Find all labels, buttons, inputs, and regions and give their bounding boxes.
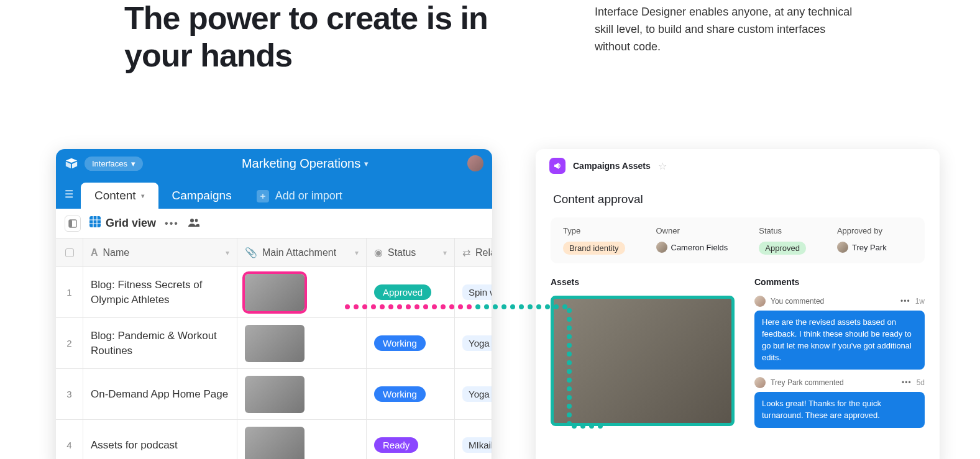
column-name[interactable]: A Name (83, 239, 237, 266)
meta-type-label: Type (563, 226, 625, 235)
related-chip: Spin w (462, 284, 492, 300)
svg-marker-2 (72, 161, 77, 168)
related-chip: Yoga (462, 335, 492, 351)
svg-rect-4 (69, 220, 72, 227)
caret-down-icon (364, 159, 369, 168)
add-or-import-button[interactable]: ＋ Add or import (245, 183, 354, 209)
meta-owner-label: Owner (656, 226, 728, 235)
cell-status[interactable]: Working (367, 318, 455, 368)
comment-body: Looks great! Thanks for the quick turnar… (754, 392, 925, 428)
status-pill: Ready (374, 437, 418, 453)
hero-subtext: Interface Designer enables anyone, at an… (595, 4, 856, 75)
svg-marker-0 (66, 158, 77, 163)
collaborators-icon[interactable] (188, 217, 200, 230)
svg-point-6 (190, 219, 194, 222)
cell-related[interactable]: Spin w (455, 267, 492, 317)
svg-rect-5 (89, 216, 101, 227)
svg-point-7 (195, 219, 198, 222)
comment: Trey Park commented•••5dLooks great! Tha… (754, 377, 925, 428)
row-number: 2 (56, 318, 83, 368)
interface-preview-panel: Campaigns Assets ☆ Content approval Type… (536, 149, 940, 459)
caret-down-icon (443, 248, 447, 257)
star-icon[interactable]: ☆ (658, 160, 667, 172)
cell-name[interactable]: On-Demand App Home Page (83, 369, 237, 419)
tab-content[interactable]: Content (81, 183, 158, 209)
cell-attachment[interactable] (237, 420, 367, 459)
row-number: 4 (56, 420, 83, 459)
page-title: Content approval (536, 183, 940, 217)
cell-related[interactable]: Yoga (455, 318, 492, 368)
user-avatar[interactable] (467, 155, 483, 171)
comments-heading: Comments (754, 277, 925, 287)
view-bar: Grid view ••• (56, 209, 492, 239)
caret-down-icon (131, 159, 135, 168)
column-related[interactable]: ⇄ Relat (455, 239, 492, 266)
owner-person[interactable]: Cameron Fields (656, 242, 728, 253)
table-row[interactable]: 3On-Demand App Home PageWorkingYoga (56, 369, 492, 420)
status-pill: Working (374, 335, 426, 351)
table-row[interactable]: 2Blog: Pandemic & Workout RoutinesWorkin… (56, 318, 492, 369)
comments-section: Comments You commented•••1wHere are the … (754, 277, 925, 435)
cell-status[interactable]: Approved (367, 267, 455, 317)
meta-approvedby-label: Approved by (837, 226, 887, 235)
related-chip: Yoga (462, 386, 492, 402)
assets-section: Assets (551, 277, 737, 435)
cell-status[interactable]: Working (367, 369, 455, 419)
caret-down-icon (141, 192, 145, 200)
svg-marker-1 (66, 161, 71, 168)
view-options-icon[interactable]: ••• (165, 218, 179, 229)
avatar-icon (754, 296, 766, 307)
cell-name[interactable]: Blog: Fitness Secrets of Olympic Athlete… (83, 267, 237, 317)
column-attachment[interactable]: 📎 Main Attachment (237, 239, 367, 266)
row-number: 1 (56, 267, 83, 317)
airtable-logo-icon (65, 157, 78, 170)
cell-attachment[interactable] (237, 318, 367, 368)
meta-status-label: Status (759, 226, 806, 235)
approvedby-person[interactable]: Trey Park (837, 242, 887, 253)
interface-header: Campaigns Assets ☆ (536, 149, 940, 183)
cell-name[interactable]: Blog: Pandemic & Workout Routines (83, 318, 237, 368)
grid-icon (89, 216, 101, 230)
caret-down-icon (226, 248, 229, 257)
asset-image[interactable] (551, 296, 735, 426)
comment-body: Here are the revised assets based on fee… (754, 311, 925, 370)
caret-down-icon (355, 248, 359, 257)
grid-view-selector[interactable]: Grid view (89, 216, 156, 230)
sidebar-toggle-icon[interactable] (65, 216, 81, 232)
cell-related[interactable]: Yoga (455, 369, 492, 419)
comment-menu-icon[interactable]: ••• (902, 378, 912, 387)
comment-menu-icon[interactable]: ••• (900, 297, 910, 306)
cell-attachment[interactable] (237, 267, 367, 317)
row-number: 3 (56, 369, 83, 419)
attachment-field-icon: 📎 (245, 247, 257, 258)
hero-headline: The power to create is in your hands (124, 0, 520, 75)
comment-author: You commented (771, 297, 824, 306)
airtable-base-panel: Interfaces Marketing Operations ☰ Conten… (56, 149, 492, 459)
comment-author: Trey Park commented (771, 378, 844, 387)
thumbnail-image (245, 427, 305, 460)
type-badge: Brand identity (563, 242, 625, 255)
cell-related[interactable]: MIkail (455, 420, 492, 459)
megaphone-icon (549, 158, 566, 174)
select-field-icon: ◉ (374, 247, 383, 258)
comment-age: 5d (917, 378, 925, 387)
interfaces-chip[interactable]: Interfaces (85, 157, 143, 171)
cell-status[interactable]: Ready (367, 420, 455, 459)
link-field-icon: ⇄ (462, 247, 470, 258)
table-row[interactable]: 4Assets for podcastReadyMIkail (56, 420, 492, 459)
comment-age: 1w (915, 297, 925, 306)
cell-attachment[interactable] (237, 369, 367, 419)
hamburger-icon[interactable]: ☰ (65, 188, 73, 200)
record-meta: Type Brand identity Owner Cameron Fields… (551, 217, 925, 263)
table-row[interactable]: 1Blog: Fitness Secrets of Olympic Athlet… (56, 267, 492, 318)
tab-campaigns[interactable]: Campaigns (158, 183, 245, 209)
column-status[interactable]: ◉ Status (367, 239, 455, 266)
cell-name[interactable]: Assets for podcast (83, 420, 237, 459)
workspace-title[interactable]: Marketing Operations (149, 157, 461, 171)
breadcrumb[interactable]: Campaigns Assets (573, 161, 651, 171)
thumbnail-image (245, 274, 305, 311)
interfaces-chip-label: Interfaces (92, 159, 127, 168)
checkbox-icon (65, 248, 74, 257)
column-checkbox[interactable] (56, 239, 83, 266)
comment: You commented•••1wHere are the revised a… (754, 296, 925, 370)
